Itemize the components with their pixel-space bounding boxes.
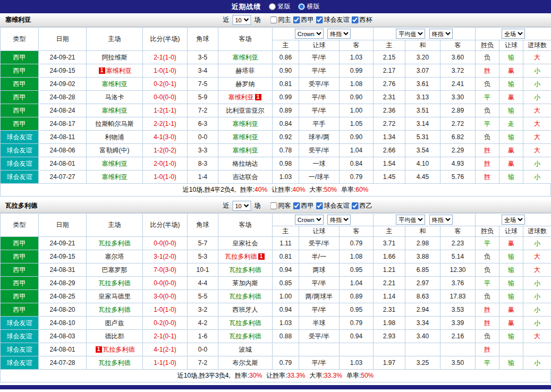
odds-company-select[interactable]: Crown: [295, 215, 324, 225]
away-team-cell: 瓦拉多利德: [218, 290, 273, 303]
league-filter-friendly-checkbox[interactable]: [316, 16, 323, 23]
horizontal-layout-option[interactable]: 横版: [298, 2, 320, 11]
final-odds-select[interactable]: 终指: [327, 215, 351, 225]
average-odds-select[interactable]: 平均值: [396, 215, 425, 225]
odds-cell: 2.89: [440, 104, 476, 117]
same-venue-label: 同主: [278, 15, 291, 24]
handicap-cell: 球半/两: [299, 131, 340, 144]
result-cell: 赢: [499, 237, 523, 250]
average-odds-select[interactable]: 平均值: [396, 29, 425, 39]
league-filter-segunda-label: 西乙: [359, 201, 372, 210]
team-name: 塞维利亚: [233, 147, 258, 154]
odds-cell: 6.82: [440, 131, 476, 144]
date-cell: 24-07-28: [39, 356, 87, 370]
result-cell: [499, 343, 523, 356]
league-filter-liga[interactable]: 西甲: [293, 201, 313, 210]
team-name: 西班牙人: [233, 306, 258, 313]
odds-cell: 0.98: [273, 157, 299, 171]
odds-cell: 3.20: [405, 51, 440, 64]
result-cell: 小: [523, 78, 551, 91]
vertical-layout-option[interactable]: 竖版: [269, 2, 291, 11]
stat-value: 33.3%: [324, 372, 342, 379]
same-venue-checkbox[interactable]: [270, 202, 277, 209]
result-cell: 大: [523, 131, 551, 144]
summary-record: 近10场,胜4平2负4,: [183, 185, 236, 194]
league-filter-cup[interactable]: 西杯: [351, 15, 372, 24]
same-venue-checkbox[interactable]: [270, 16, 277, 23]
league-filter-segunda-checkbox[interactable]: [351, 202, 358, 209]
league-filter-liga-checkbox[interactable]: [293, 202, 300, 209]
league-type-cell: 球会友谊: [1, 317, 39, 330]
corner-cell: 1-4: [188, 171, 218, 184]
league-filter-cup-checkbox[interactable]: [351, 16, 358, 23]
summary-record: 近10场,胜3平3负4,: [177, 371, 231, 380]
match-count-select[interactable]: 10: [232, 15, 251, 25]
final-odds-select-2[interactable]: 终指: [429, 215, 453, 225]
league-filter-friendly[interactable]: 球会友谊: [316, 15, 349, 24]
away-team-cell: 瓦拉多利德: [218, 317, 273, 330]
games-label: 场: [254, 15, 260, 24]
odds-cell: 1.45: [374, 171, 405, 184]
odds-cell: 2.16: [440, 330, 476, 343]
team-name: 阿拉维斯: [102, 54, 128, 61]
final-odds-select-2[interactable]: 终指: [429, 29, 453, 39]
match-row: 西甲24-08-29瓦拉多利德0-0(0-0)4-4莱加内斯0.85平/半1.0…: [1, 277, 551, 290]
handicap-cell: 一球: [299, 157, 340, 171]
date-cell: 24-09-15: [39, 64, 87, 78]
league-filter-segunda[interactable]: 西乙: [351, 201, 372, 210]
vertical-layout-radio[interactable]: [269, 3, 276, 10]
odds-cell: 3.72: [440, 64, 476, 78]
stat-value: 40%: [292, 186, 305, 193]
final-odds-select[interactable]: 终指: [327, 29, 351, 39]
odds-cell: [374, 343, 405, 356]
league-filter-liga-checkbox[interactable]: [293, 16, 300, 23]
result-cell: 赢: [499, 157, 523, 171]
result-cell: 小: [523, 91, 551, 104]
stat-value: 50%: [361, 372, 374, 379]
subcol-handicap: 让球: [299, 40, 340, 51]
odds-company-select[interactable]: Crown: [295, 29, 324, 39]
col-header-corner: 角球: [188, 28, 218, 51]
odds-cell: 2.98: [405, 237, 440, 250]
league-filter-liga[interactable]: 西甲: [293, 15, 313, 24]
same-venue-option[interactable]: 同主: [270, 15, 291, 24]
result-cell: 负: [476, 330, 499, 343]
odds-cell: 2.72: [440, 117, 476, 131]
league-filter-friendly-checkbox[interactable]: [316, 202, 323, 209]
league-filter-friendly[interactable]: 球会友谊: [316, 201, 349, 210]
team-name: 图卢兹: [105, 319, 124, 327]
result-cell: 平: [476, 237, 499, 250]
team-name: 瓦拉多利德: [99, 306, 131, 313]
red-card-badge: 1: [258, 253, 265, 260]
team-name: 瓦拉多利德: [103, 346, 135, 353]
date-cell: 24-08-03: [39, 330, 87, 343]
subcol-away-odds: 客: [340, 226, 374, 237]
horizontal-layout-radio[interactable]: [298, 3, 305, 10]
scope-select[interactable]: 全场: [502, 29, 525, 39]
result-cell: 大: [523, 330, 551, 343]
team-name: 瓦拉多利德: [0, 201, 37, 210]
company-odds-header: Crown 终指: [273, 214, 374, 226]
away-team-cell: 塞维利亚: [218, 51, 273, 64]
date-cell: 24-08-17: [39, 117, 87, 131]
home-team-cell: 塞尔塔: [87, 250, 143, 263]
team-name: 布尔戈斯: [233, 359, 258, 367]
handicap-cell: 半/一: [299, 250, 340, 263]
col-header-type: 类型: [1, 28, 39, 51]
result-cell: 负: [476, 263, 499, 277]
odds-cell: 0.86: [273, 51, 299, 64]
odds-cell: 3.14: [405, 117, 440, 131]
date-cell: 24-09-21: [39, 237, 87, 250]
result-cell: 输: [499, 277, 523, 290]
match-count-select[interactable]: 10: [232, 201, 251, 211]
team-name: 拉斯帕尔马斯: [96, 120, 134, 127]
team-name: 塞维利亚: [102, 160, 128, 167]
home-team-cell: 富勒姆(中): [87, 144, 143, 157]
match-row: 球会友谊24-08-011瓦拉多利德4-1(2-1)0-0波城胜: [1, 343, 551, 356]
odds-cell: 5.14: [440, 250, 476, 263]
away-team-cell: 赫塔菲: [218, 64, 273, 78]
filter-bar: 近 10 场 同客 西甲 球会友谊 西乙: [223, 201, 372, 211]
scope-select[interactable]: 全场: [502, 215, 525, 225]
col-header-home: 主场: [87, 28, 143, 51]
same-venue-option[interactable]: 同客: [270, 201, 291, 210]
